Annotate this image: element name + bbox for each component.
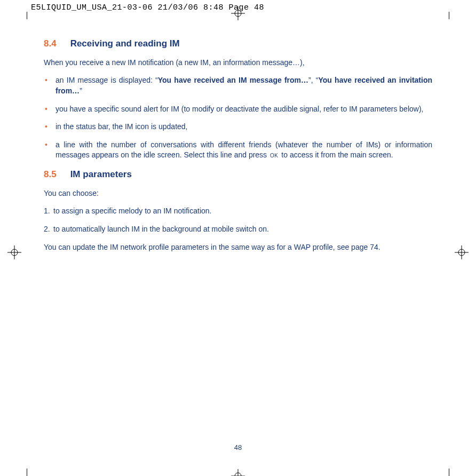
text: ”, “ <box>308 76 318 84</box>
numbered-list: 1. to assign a specific melody to an IM … <box>44 206 432 234</box>
registration-mark-right <box>455 245 469 259</box>
item-number: 2. <box>44 224 50 235</box>
list-item: in the status bar, the IM icon is update… <box>44 122 432 132</box>
ok-key-icon: OK <box>269 152 279 160</box>
section-number: 8.4 <box>44 37 57 50</box>
registration-mark-top <box>231 6 245 20</box>
item-number: 1. <box>44 206 50 217</box>
text: ” <box>80 86 82 95</box>
item-text: to assign a specific melody to an IM not… <box>53 207 211 215</box>
list-item: a line with the number of conversations … <box>44 140 432 161</box>
list-item: an IM message is displayed: “You have re… <box>44 75 432 96</box>
section-number: 8.5 <box>44 168 57 181</box>
section-title: Receiving and reading IM <box>70 37 180 50</box>
bullet-list: an IM message is displayed: “You have re… <box>44 75 432 161</box>
intro-paragraph: When you receive a new IM notification (… <box>44 58 432 68</box>
section-heading-85: 8.5 IM parameters <box>44 168 432 181</box>
text: an IM message is displayed: “ <box>55 76 158 84</box>
registration-mark-bottom <box>231 469 245 476</box>
print-slug: E5LIQUID_UM_USA_21-03-06 21/03/06 8:48 P… <box>31 3 264 12</box>
section-title: IM parameters <box>70 168 132 181</box>
intro-paragraph: You can choose: <box>44 188 432 199</box>
text: to access it from the main screen. <box>279 150 393 159</box>
outro-paragraph: You can update the IM network profile pa… <box>44 242 432 253</box>
item-text: to automatically launch IM in the backgr… <box>53 225 269 233</box>
bold-text: You have received an IM message from… <box>158 76 308 84</box>
page-number: 48 <box>234 443 242 451</box>
page-content: 8.4 Receiving and reading IM When you re… <box>44 37 432 260</box>
registration-mark-left <box>7 245 21 259</box>
list-item: 2. to automatically launch IM in the bac… <box>44 224 432 235</box>
list-item: 1. to assign a specific melody to an IM … <box>44 206 432 217</box>
list-item: you have a specific sound alert for IM (… <box>44 104 432 115</box>
section-heading-84: 8.4 Receiving and reading IM <box>44 37 432 50</box>
